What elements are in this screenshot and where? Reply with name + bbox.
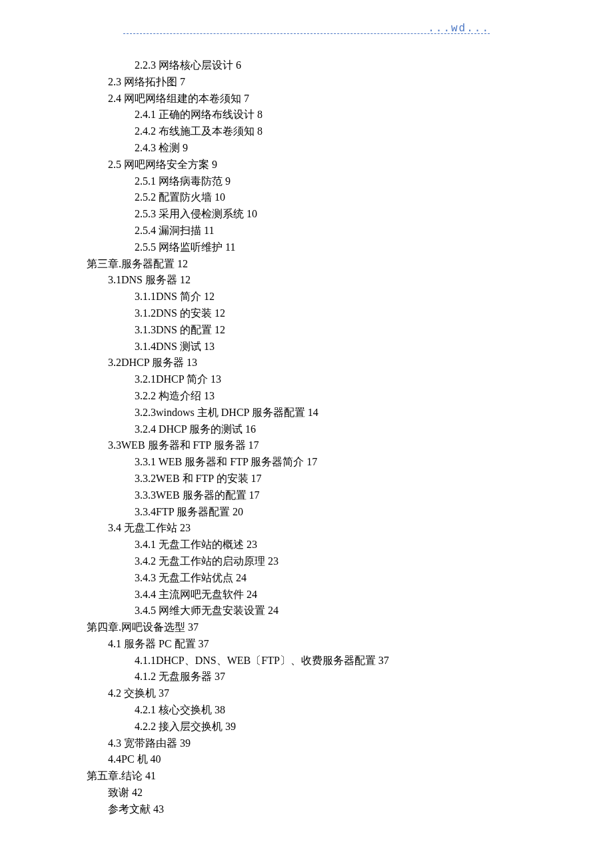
- toc-entry: 2.5.5 网络监听维护 11: [135, 239, 490, 256]
- toc-entry: 3.1.1DNS 简介 12: [135, 289, 490, 305]
- toc-entry: 2.5 网吧网络安全方案 9: [108, 157, 490, 173]
- toc-entry: 4.1.1DHCP、DNS、WEB〔FTP〕、收费服务器配置 37: [135, 653, 490, 669]
- toc-entry: 3.3WEB 服务器和 FTP 服务器 17: [108, 437, 490, 454]
- toc-entry: 3.4.2 无盘工作站的启动原理 23: [135, 553, 490, 570]
- toc-entry: 3.3.4FTP 服务器配置 20: [135, 504, 490, 521]
- toc-entry: 参考文献 43: [108, 801, 490, 818]
- toc-entry: 2.5.1 网络病毒防范 9: [135, 173, 490, 190]
- toc-entry: 3.3.2WEB 和 FTP 的安装 17: [135, 471, 490, 487]
- header-text: ...wd...: [428, 21, 490, 37]
- toc-entry: 3.1.4DNS 测试 13: [135, 339, 490, 355]
- toc-entry: 3.2.2 构造介绍 13: [135, 388, 490, 405]
- toc-entry: 4.2.1 核心交换机 38: [135, 702, 490, 719]
- toc-entry: 3.4 无盘工作站 23: [108, 520, 490, 537]
- toc-entry: 4.4PC 机 40: [108, 751, 490, 768]
- toc-entry: 2.3 网络拓扑图 7: [108, 74, 490, 91]
- document-page: ...wd... 2.2.3 网络核心层设计 62.3 网络拓扑图 72.4 网…: [0, 0, 613, 858]
- toc-entry: 致谢 42: [108, 785, 490, 801]
- toc-entry: 3.3.3WEB 服务器的配置 17: [135, 487, 490, 504]
- toc-entry: 第五章.结论 41: [87, 768, 490, 785]
- header-divider: ...wd...: [123, 33, 490, 34]
- toc-entry: 3.1.2DNS 的安装 12: [135, 305, 490, 322]
- toc-entry: 3.4.1 无盘工作站的概述 23: [135, 537, 490, 553]
- toc-entry: 4.1.2 无盘服务器 37: [135, 669, 490, 685]
- toc-entry: 2.2.3 网络核心层设计 6: [135, 57, 490, 74]
- toc-entry: 3.2.4 DHCP 服务的测试 16: [135, 421, 490, 438]
- toc-entry: 2.4.1 正确的网络布线设计 8: [135, 107, 490, 123]
- toc-entry: 3.4.5 网维大师无盘安装设置 24: [135, 603, 490, 619]
- toc-entry: 4.2.2 接入层交换机 39: [135, 719, 490, 735]
- toc-entry: 3.2.1DHCP 简介 13: [135, 371, 490, 388]
- toc-entry: 3.1DNS 服务器 12: [108, 272, 490, 289]
- toc-entry: 第四章.网吧设备选型 37: [87, 619, 490, 636]
- toc-entry: 3.4.4 主流网吧无盘软件 24: [135, 587, 490, 603]
- toc-entry: 2.4 网吧网络组建的本卷须知 7: [108, 91, 490, 107]
- toc-entry: 4.2 交换机 37: [108, 685, 490, 702]
- toc-entry: 3.1.3DNS 的配置 12: [135, 322, 490, 339]
- toc-entry: 2.4.2 布线施工及本卷须知 8: [135, 123, 490, 140]
- toc-entry: 2.5.4 漏洞扫描 11: [135, 223, 490, 239]
- toc-entry: 3.2.3windows 主机 DHCP 服务器配置 14: [135, 405, 490, 421]
- toc-entry: 4.1 服务器 PC 配置 37: [108, 636, 490, 653]
- toc-entry: 2.5.2 配置防火墙 10: [135, 189, 490, 206]
- toc-entry: 第三章.服务器配置 12: [87, 256, 490, 273]
- toc-entry: 4.3 宽带路由器 39: [108, 735, 490, 752]
- table-of-contents: 2.2.3 网络核心层设计 62.3 网络拓扑图 72.4 网吧网络组建的本卷须…: [87, 57, 490, 818]
- toc-entry: 3.2DHCP 服务器 13: [108, 355, 490, 371]
- toc-entry: 2.5.3 采用入侵检测系统 10: [135, 206, 490, 223]
- toc-entry: 3.3.1 WEB 服务器和 FTP 服务器简介 17: [135, 454, 490, 471]
- toc-entry: 2.4.3 检测 9: [135, 140, 490, 157]
- toc-entry: 3.4.3 无盘工作站优点 24: [135, 570, 490, 587]
